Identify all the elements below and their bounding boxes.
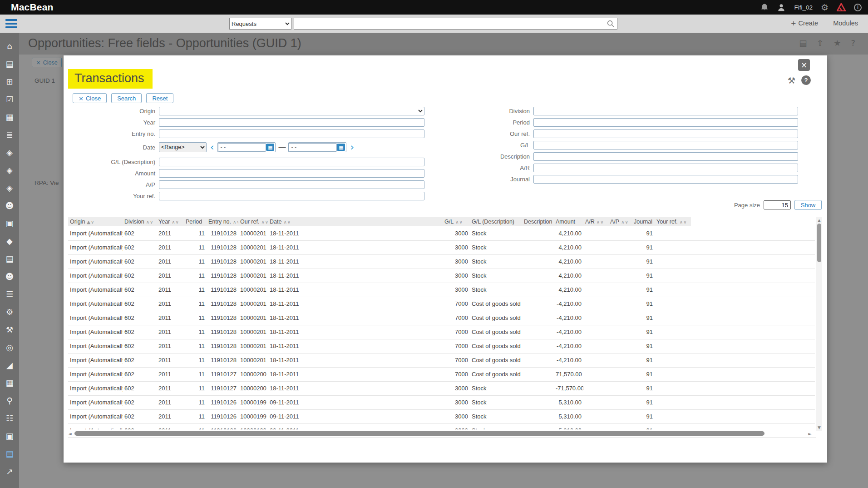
origin-select[interactable] [159, 107, 424, 115]
field-input[interactable] [533, 118, 798, 127]
table-row[interactable]: Import (Automatically)602201111 11910126… [68, 423, 815, 429]
sort-arrows-icon[interactable]: ∧∨ [261, 219, 268, 224]
global-search-input[interactable] [294, 18, 617, 30]
hamburger-menu-icon[interactable] [5, 19, 17, 28]
sidebar-icon[interactable]: ⚙ [0, 303, 19, 321]
column-header[interactable]: Division∧∨ [123, 217, 157, 226]
sidebar-icon[interactable]: ◈ [0, 179, 19, 197]
column-header[interactable]: G/L (Description) [470, 217, 522, 226]
field-input[interactable] [159, 180, 424, 189]
sidebar-icon[interactable]: ◎ [0, 339, 19, 356]
favorite-star-icon[interactable]: ★ [833, 38, 841, 48]
field-input[interactable] [533, 164, 798, 172]
sidebar-icon[interactable]: ▦ [0, 108, 19, 126]
table-row[interactable]: Import (Automatically)602201111 11910128… [68, 325, 815, 339]
field-input[interactable] [159, 192, 424, 200]
table-row[interactable]: Import (Automatically)602201111 11910128… [68, 339, 815, 353]
show-button[interactable]: Show [794, 200, 822, 210]
sidebar-icon[interactable]: ☰ [0, 285, 19, 303]
reset-button[interactable]: Reset [146, 93, 173, 103]
date-to-input[interactable] [289, 143, 337, 152]
card-view-icon[interactable]: ▤ [799, 38, 807, 48]
brand-logo[interactable]: MacBean [11, 2, 54, 13]
field-input[interactable] [159, 118, 424, 127]
sidebar-icon[interactable]: ◈ [0, 144, 19, 161]
sidebar-icon[interactable]: ▤ [0, 55, 19, 73]
sidebar-icon[interactable]: ◢ [0, 356, 19, 374]
wrench-customize-icon[interactable]: ⚒ [788, 75, 795, 85]
table-row[interactable]: Import (Automatically)602201111 11910128… [68, 353, 815, 367]
sidebar-icon[interactable]: ◈ [0, 161, 19, 179]
sidebar-icon[interactable]: ⚲ [0, 392, 19, 409]
scroll-down-icon[interactable]: ▼ [816, 425, 822, 430]
export-icon[interactable]: ⇧ [817, 38, 824, 48]
sidebar-icon[interactable]: ↗ [0, 463, 19, 480]
column-header[interactable]: Period [184, 217, 207, 226]
column-header[interactable]: Amount [554, 217, 583, 226]
table-row[interactable]: Import (Automatically)602201111 11910128… [68, 269, 815, 283]
sidebar-icon[interactable]: ▣ [0, 427, 19, 445]
sort-arrows-icon[interactable]: ∧∨ [680, 219, 687, 224]
sort-arrows-icon[interactable]: ∧∨ [233, 219, 238, 224]
sidebar-icon[interactable]: ⚒ [0, 321, 19, 339]
background-close-button[interactable]: × Close [32, 58, 62, 67]
sidebar-icon[interactable]: ≣ [0, 126, 19, 144]
modal-close-icon[interactable]: × [798, 59, 810, 71]
table-row[interactable]: Import (Automatically)602201111 11910128… [68, 226, 815, 240]
sort-arrows-icon[interactable]: ∧∨ [455, 219, 463, 224]
sidebar-icon[interactable]: ⊞ [0, 73, 19, 90]
column-header[interactable]: Origin▲∨ [68, 217, 123, 226]
help-circle-icon[interactable]: ? [851, 38, 855, 48]
column-header[interactable]: Year∧∨ [157, 217, 184, 226]
table-row[interactable]: Import (Automatically)602201111 11910128… [68, 254, 815, 269]
date-from-input[interactable] [218, 143, 266, 152]
sidebar-icon[interactable]: ▣ [0, 214, 19, 232]
calendar-icon[interactable]: ▦ [337, 144, 345, 151]
search-icon[interactable] [607, 20, 615, 28]
table-row[interactable]: Import (Automatically)602201111 11910128… [68, 283, 815, 297]
user-avatar-icon[interactable] [777, 3, 786, 12]
field-input[interactable] [159, 158, 424, 166]
table-row[interactable]: Import (Automatically)602201111 11910128… [68, 240, 815, 254]
sort-arrows-icon[interactable]: ∧∨ [283, 219, 291, 224]
field-input[interactable] [533, 107, 798, 115]
field-input[interactable] [533, 129, 798, 138]
date-range-select[interactable]: <Range> [159, 142, 207, 152]
table-row[interactable]: Import (Automatically)602201111 11910126… [68, 409, 815, 423]
horizontal-scrollbar[interactable]: ◄ ► [68, 431, 816, 436]
chevron-right-icon[interactable]: › [350, 143, 354, 152]
search-button[interactable]: Search [111, 93, 142, 103]
chevron-left-icon[interactable]: ‹ [210, 143, 214, 152]
page-size-input[interactable] [764, 200, 791, 209]
close-button[interactable]: × Close [73, 93, 107, 103]
table-row[interactable]: Import (Automatically)602201111 11910128… [68, 297, 815, 311]
modules-button[interactable]: Modules [833, 20, 858, 27]
scroll-left-icon[interactable]: ◄ [68, 431, 72, 436]
column-header[interactable]: Description [522, 217, 554, 226]
sidebar-icon[interactable]: ☻ [0, 197, 19, 214]
column-header[interactable]: G/L∧∨ [443, 217, 470, 226]
table-row[interactable]: Import (Automatically)602201111 11910127… [68, 381, 815, 395]
sidebar-icon[interactable]: ▤ [0, 445, 19, 463]
column-header[interactable]: A/R∧∨ [583, 217, 608, 226]
sort-arrows-icon[interactable]: ∧∨ [597, 219, 604, 224]
sidebar-icon[interactable]: ⌂ [0, 37, 19, 55]
sort-arrows-icon[interactable]: ∧∨ [146, 219, 154, 224]
logo-triangle-icon[interactable] [837, 3, 846, 11]
vertical-scrollbar[interactable]: ▲ ▼ [816, 217, 822, 431]
column-header[interactable]: A/P∧∨ [608, 217, 632, 226]
modal-help-icon[interactable]: ? [801, 75, 811, 85]
search-category-select[interactable]: Requests [229, 18, 291, 30]
username-label[interactable]: Fifi_02 [794, 4, 813, 11]
sort-arrows-icon[interactable]: ∧∨ [172, 219, 179, 224]
column-header[interactable]: Entry no.∧∨ [207, 217, 238, 226]
vertical-scroll-thumb[interactable] [817, 224, 821, 262]
field-input[interactable] [533, 152, 798, 161]
column-header[interactable]: Journal [632, 217, 655, 226]
field-input[interactable] [159, 169, 424, 178]
field-input[interactable] [533, 141, 798, 149]
table-row[interactable]: Import (Automatically)602201111 11910127… [68, 367, 815, 381]
sort-arrows-icon[interactable]: ∧∨ [621, 219, 629, 224]
field-input[interactable] [159, 129, 424, 138]
column-header[interactable]: Date∧∨ [268, 217, 443, 226]
